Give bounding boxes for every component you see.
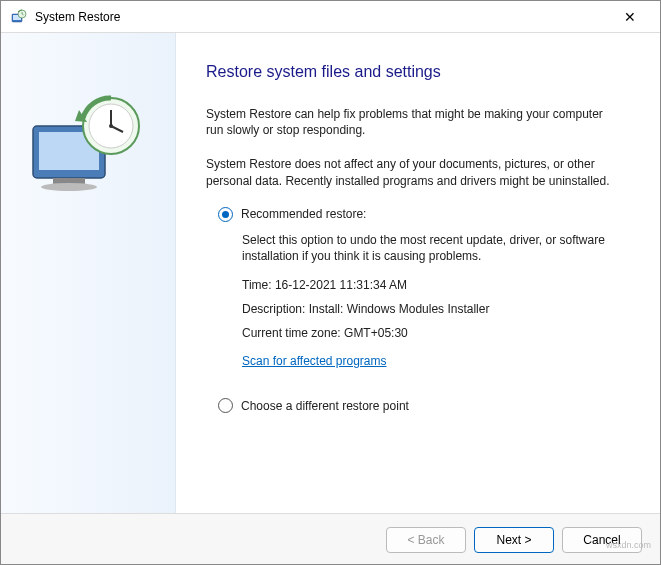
close-button[interactable]: ✕ <box>610 3 650 31</box>
intro-text-2: System Restore does not affect any of yo… <box>206 156 620 188</box>
scan-affected-programs-link[interactable]: Scan for affected programs <box>242 354 387 368</box>
recommended-restore-details: Select this option to undo the most rece… <box>242 232 620 380</box>
back-button: < Back <box>386 527 466 553</box>
different-restore-label: Choose a different restore point <box>241 399 409 413</box>
svg-point-12 <box>109 124 113 128</box>
sidebar <box>1 33 176 513</box>
restore-time: Time: 16-12-2021 11:31:34 AM <box>242 278 620 292</box>
recommended-restore-radio[interactable]: Recommended restore: <box>218 207 620 222</box>
restore-options: Recommended restore: Select this option … <box>218 207 620 413</box>
restore-timezone: Current time zone: GMT+05:30 <box>242 326 620 340</box>
svg-point-7 <box>41 183 97 191</box>
radio-unselected-icon <box>218 398 233 413</box>
titlebar: System Restore ✕ <box>1 1 660 33</box>
back-button-label: < Back <box>407 533 444 547</box>
next-button[interactable]: Next > <box>474 527 554 553</box>
system-restore-large-icon <box>23 88 153 198</box>
content-area: Restore system files and settings System… <box>1 33 660 513</box>
main-panel: Restore system files and settings System… <box>176 33 660 513</box>
restore-description: Description: Install: Windows Modules In… <box>242 302 620 316</box>
footer: < Back Next > Cancel <box>1 513 660 565</box>
watermark: wsxdn.com <box>606 540 651 550</box>
different-restore-radio[interactable]: Choose a different restore point <box>218 398 620 413</box>
system-restore-icon <box>11 9 27 25</box>
page-heading: Restore system files and settings <box>206 63 620 81</box>
recommended-restore-label: Recommended restore: <box>241 207 366 221</box>
radio-selected-icon <box>218 207 233 222</box>
intro-text-1: System Restore can help fix problems tha… <box>206 106 620 138</box>
window-title: System Restore <box>35 10 610 24</box>
recommended-restore-desc: Select this option to undo the most rece… <box>242 232 620 264</box>
next-button-label: Next > <box>496 533 531 547</box>
close-icon: ✕ <box>624 9 636 25</box>
